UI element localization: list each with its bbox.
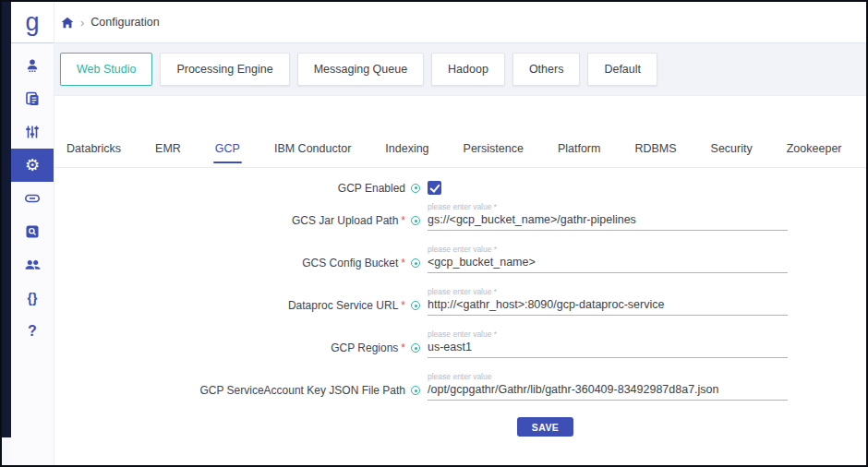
category-tab[interactable]: Default (587, 53, 657, 86)
save-button[interactable]: SAVE (517, 417, 573, 437)
sidebar-item-code[interactable]: {} (11, 281, 54, 315)
section-tab[interactable]: GCP (215, 142, 240, 167)
left-rail (2, 2, 11, 465)
field-label: GCS Jar Upload Path* (67, 214, 420, 231)
field-input[interactable] (428, 340, 788, 358)
section-tab[interactable]: IBM Conductor (274, 142, 351, 167)
info-icon[interactable] (411, 184, 420, 193)
section-tab[interactable]: Zookeeper (787, 142, 842, 167)
user-icon (24, 57, 41, 74)
field-label: GCP Enabled (67, 182, 420, 195)
category-tab[interactable]: Web Studio (60, 53, 152, 86)
form-row: GCP ServiceAccount Key JSON File Path pl… (67, 372, 866, 401)
content-area: Databricks EMR GCP IBM Conductor Indexin… (54, 96, 866, 465)
field-input-wrap: please enter value (428, 372, 788, 401)
required-marker: * (401, 299, 405, 312)
link-icon (24, 190, 41, 207)
field-label: GCP ServiceAccount Key JSON File Path (67, 384, 420, 401)
field-hint: please enter value * (428, 202, 788, 211)
users-icon (24, 257, 42, 273)
breadcrumb-separator: › (80, 17, 84, 29)
documents-icon (24, 90, 41, 107)
field-input-wrap: please enter value * (428, 202, 788, 231)
checkbox[interactable] (428, 181, 441, 195)
category-tab[interactable]: Processing Engine (160, 53, 289, 86)
section-tab[interactable]: Security (711, 142, 753, 167)
category-tab-bar: Web Studio Processing Engine Messaging Q… (54, 43, 866, 96)
section-tab[interactable]: Platform (558, 142, 601, 167)
main-area: › Configuration Web Studio Processing En… (54, 2, 866, 465)
section-tab[interactable]: Databricks (66, 142, 121, 167)
info-icon[interactable] (411, 386, 420, 395)
search-document-icon (24, 223, 41, 240)
section-tab[interactable]: Indexing (385, 142, 428, 167)
required-marker: * (401, 257, 405, 269)
gear-icon: ⚙ (25, 157, 40, 174)
sidebar-item-documents[interactable] (11, 82, 54, 115)
field-input[interactable] (428, 297, 788, 316)
app-window: g ⚙ (0, 0, 868, 467)
field-hint: please enter value * (428, 287, 788, 296)
sidebar-item-user[interactable] (11, 49, 54, 82)
breadcrumb-current: Configuration (90, 16, 159, 29)
sidebar-item-sliders[interactable] (11, 115, 54, 149)
sidebar-item-settings[interactable]: ⚙ (11, 149, 54, 182)
form-row: GCP Regions* please enter value * (67, 329, 866, 358)
field-label: GCP Regions* (67, 341, 420, 358)
form-row: Dataproc Service URL* please enter value… (67, 287, 866, 316)
category-tab[interactable]: Hadoop (431, 53, 505, 86)
info-icon[interactable] (411, 301, 420, 310)
info-icon[interactable] (411, 258, 420, 268)
section-tab[interactable]: RDBMS (634, 142, 676, 167)
required-marker: * (401, 341, 405, 354)
left-rail-dark (2, 2, 11, 437)
category-tab[interactable]: Others (512, 53, 581, 86)
section-tab[interactable]: Persistence (464, 142, 524, 167)
info-icon[interactable] (411, 216, 420, 225)
field-input-wrap: please enter value * (428, 329, 788, 358)
field-input[interactable] (428, 382, 788, 401)
sliders-icon (24, 124, 41, 140)
field-input-wrap: please enter value * (428, 245, 788, 273)
sidebar-item-users[interactable] (11, 248, 54, 281)
field-hint: please enter value * (428, 245, 788, 254)
sidebar-item-audit-search[interactable] (11, 215, 54, 248)
logo-glyph: g (25, 10, 39, 35)
field-label: Dataproc Service URL* (67, 299, 420, 316)
field-input[interactable] (428, 255, 788, 273)
info-icon[interactable] (411, 343, 420, 353)
field-hint: please enter value * (428, 329, 788, 339)
icon-sidebar: g ⚙ (11, 2, 54, 465)
sidebar-item-link[interactable] (11, 182, 54, 215)
app-logo[interactable]: g (11, 2, 54, 43)
help-icon: ? (28, 324, 37, 339)
field-input-wrap: please enter value * (428, 287, 788, 316)
form-row: GCS Jar Upload Path* please enter value … (67, 202, 866, 231)
field-input[interactable] (428, 212, 788, 231)
form-row: GCP Enabled (67, 181, 866, 195)
section-tab[interactable]: EMR (155, 142, 181, 167)
section-tab-bar: Databricks EMR GCP IBM Conductor Indexin… (54, 142, 866, 168)
required-marker: * (401, 214, 405, 227)
sidebar-nav: ⚙ {} ? (11, 43, 54, 348)
config-form: GCP Enabled GCS Jar Upload Path* please … (54, 181, 866, 437)
category-tab[interactable]: Messaging Queue (297, 53, 424, 86)
sidebar-item-help[interactable]: ? (11, 315, 54, 348)
top-bar: › Configuration (54, 2, 866, 43)
field-label: GCS Config Bucket* (67, 257, 420, 273)
braces-icon: {} (28, 292, 38, 305)
field-hint: please enter value (428, 372, 788, 381)
form-row: GCS Config Bucket* please enter value * (67, 245, 866, 273)
left-rail-bottom (2, 437, 11, 465)
home-icon[interactable] (61, 17, 74, 29)
